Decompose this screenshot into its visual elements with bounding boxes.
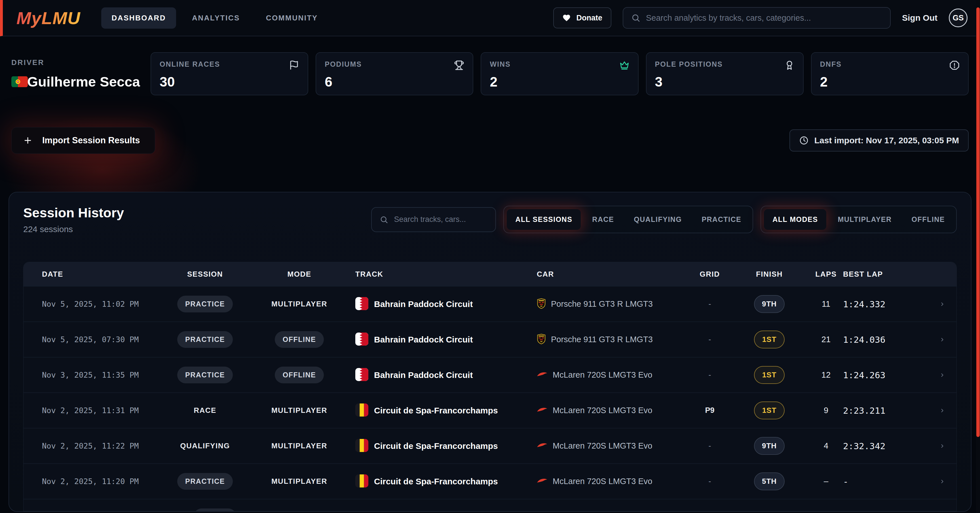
filter-offline[interactable]: OFFLINE	[903, 209, 953, 230]
session-type-badge	[194, 508, 236, 511]
stat-value: 6	[325, 74, 464, 90]
stat-card-pole-positions: POLE POSITIONS3	[646, 52, 803, 96]
table-row[interactable]: Nov 2, 2025, 11:20 PMPRACTICEMULTIPLAYER…	[24, 464, 956, 499]
chevron-right-icon[interactable]	[939, 442, 945, 450]
app-logo: MyLMU	[16, 8, 84, 28]
best-lap-time: 2:32.342	[843, 441, 939, 451]
finish-position-badge: 5TH	[754, 472, 784, 490]
driver-label: DRIVER	[11, 58, 143, 67]
stat-label: PODIUMS	[325, 60, 464, 69]
lap-count: 4	[809, 441, 843, 451]
car-name: Porsche 911 GT3 R LMGT3	[551, 300, 653, 309]
plus-icon	[23, 135, 33, 145]
scrollbar-track[interactable]	[976, 0, 980, 513]
porsche-logo-icon	[537, 298, 546, 310]
donate-button[interactable]: Donate	[553, 7, 612, 29]
heart-icon	[562, 13, 572, 23]
page-title: Session History	[23, 205, 124, 220]
mclaren-logo-icon	[537, 408, 547, 413]
belgium-flag-icon	[355, 475, 368, 489]
best-lap-time: 1:24.332	[843, 299, 939, 309]
table-row[interactable]: Nov 5, 2025, 11:02 PMPRACTICEMULTIPLAYER…	[24, 286, 956, 322]
clock-icon	[799, 135, 809, 145]
chevron-right-icon[interactable]	[939, 371, 945, 379]
chevron-right-icon[interactable]	[939, 300, 945, 308]
mclaren-logo-icon	[537, 372, 547, 378]
lap-count: 21	[809, 335, 843, 344]
mode-label: MULTIPLAYER	[271, 477, 327, 486]
global-search	[623, 7, 891, 29]
session-type-badge: PRACTICE	[177, 473, 233, 490]
table-row-partial	[24, 499, 956, 511]
top-navbar: MyLMU DASHBOARDANALYTICSCOMMUNITY Donate…	[0, 0, 980, 36]
session-type-badge: PRACTICE	[177, 331, 233, 348]
best-lap-time: 1:24.263	[843, 370, 939, 380]
bahrain-flag-icon	[355, 333, 368, 347]
chevron-right-icon[interactable]	[939, 477, 945, 486]
grid-position: P9	[690, 406, 730, 415]
filter-all-modes[interactable]: ALL MODES	[764, 209, 826, 230]
mclaren-logo-icon	[537, 478, 547, 484]
trophy-icon	[454, 60, 464, 70]
nav-right: Donate Sign Out GS	[553, 7, 968, 29]
stat-value: 3	[655, 74, 795, 90]
session-search	[371, 207, 496, 232]
avatar[interactable]: GS	[949, 8, 967, 27]
portugal-flag-icon	[11, 77, 21, 86]
table-row[interactable]: Nov 2, 2025, 11:31 PMRACEMULTIPLAYERCirc…	[24, 392, 956, 428]
stat-card-podiums: PODIUMS6	[316, 52, 473, 96]
session-date: Nov 3, 2025, 11:35 PM	[42, 371, 167, 379]
session-type-filter: ALL SESSIONSRACEQUALIFYINGPRACTICE	[503, 206, 753, 233]
stat-value: 2	[490, 74, 629, 90]
session-count: 224 sessions	[23, 225, 124, 234]
session-search-input[interactable]	[394, 215, 487, 224]
filter-qualifying[interactable]: QUALIFYING	[625, 209, 690, 230]
column-header-car: CAR	[537, 270, 690, 279]
column-header-mode: MODE	[243, 270, 355, 279]
filter-practice[interactable]: PRACTICE	[693, 209, 750, 230]
grid-position: -	[690, 441, 730, 450]
car-name: Porsche 911 GT3 R LMGT3	[551, 335, 653, 344]
global-search-input[interactable]	[646, 13, 882, 23]
stats-strip: DRIVER Guilherme Secca ONLINE RACES30POD…	[11, 52, 969, 96]
column-header-grid: GRID	[690, 270, 730, 279]
donate-label: Donate	[576, 14, 603, 22]
column-header-laps: LAPS	[809, 270, 843, 279]
session-date: Nov 2, 2025, 11:31 PM	[42, 406, 167, 415]
filter-all-sessions[interactable]: ALL SESSIONS	[507, 209, 581, 230]
lap-count: 11	[809, 300, 843, 309]
table-row[interactable]: Nov 2, 2025, 11:22 PMQUALIFYINGMULTIPLAY…	[24, 428, 956, 464]
track-name: Circuit de Spa-Francorchamps	[374, 441, 498, 451]
import-row: Import Session Results Last import: Nov …	[11, 127, 969, 154]
finish-position-badge: 1ST	[754, 331, 784, 349]
crown-icon	[619, 60, 630, 70]
import-session-results-button[interactable]: Import Session Results	[11, 127, 155, 154]
chevron-right-icon[interactable]	[939, 335, 945, 344]
nav-tab-analytics[interactable]: ANALYTICS	[182, 7, 250, 29]
filter-multiplayer[interactable]: MULTIPLAYER	[829, 209, 900, 230]
chevron-right-icon[interactable]	[939, 406, 945, 415]
nav-tab-dashboard[interactable]: DASHBOARD	[101, 7, 176, 29]
sign-out-button[interactable]: Sign Out	[902, 13, 937, 23]
panel-heading: Session History 224 sessions	[23, 205, 124, 234]
search-icon	[631, 13, 640, 23]
session-type-label: RACE	[194, 406, 216, 414]
nav-tab-community[interactable]: COMMUNITY	[256, 7, 328, 29]
stat-label: POLE POSITIONS	[655, 60, 795, 69]
stat-label: ONLINE RACES	[160, 60, 299, 69]
stat-value: 2	[820, 74, 959, 90]
track-name: Bahrain Paddock Circuit	[374, 335, 473, 344]
scrollbar-thumb[interactable]	[976, 7, 980, 437]
grid-position: -	[690, 300, 730, 308]
stat-label: DNFS	[820, 60, 959, 69]
table-row[interactable]: Nov 3, 2025, 11:35 PMPRACTICEOFFLINEBahr…	[24, 357, 956, 392]
grid-position: -	[690, 477, 730, 486]
table-row[interactable]: Nov 5, 2025, 07:30 PMPRACTICEOFFLINEBahr…	[24, 322, 956, 357]
filter-race[interactable]: RACE	[584, 209, 622, 230]
best-lap-time: 2:23.211	[843, 405, 939, 416]
finish-position-badge: 9TH	[754, 295, 784, 313]
finish-position-badge: 1ST	[754, 366, 784, 384]
last-import-chip: Last import: Nov 17, 2025, 03:05 PM	[789, 129, 969, 151]
bahrain-flag-icon	[355, 368, 368, 382]
best-lap-time: 1:24.036	[843, 335, 939, 345]
